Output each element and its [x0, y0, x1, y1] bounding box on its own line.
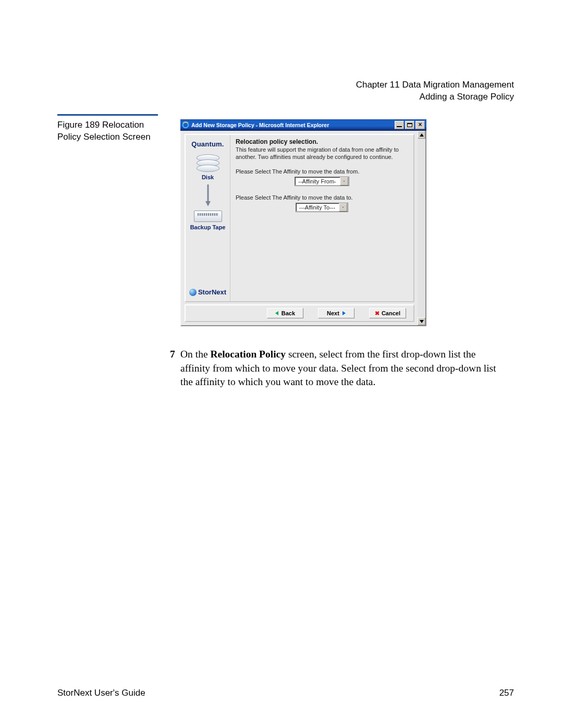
tape-label: Backup Tape	[190, 224, 226, 230]
ie-icon	[182, 121, 189, 129]
vertical-scrollbar[interactable]	[418, 131, 425, 325]
arrow-down-icon	[204, 183, 212, 207]
section-line: Adding a Storage Policy	[356, 91, 514, 103]
window-client: Quantum. Disk	[180, 131, 426, 326]
cancel-x-icon: ✖	[375, 310, 380, 317]
minimize-button[interactable]	[395, 121, 404, 129]
close-button[interactable]: ×	[415, 121, 425, 129]
maximize-button[interactable]	[405, 121, 414, 129]
step-7-text: 7 On the Relocation Policy screen, selec…	[180, 348, 504, 389]
cancel-button[interactable]: ✖ Cancel	[369, 308, 406, 318]
affinity-to-label: Please Select The Affinity to move the d…	[236, 194, 408, 201]
affinity-to-value: ---Affinity To---	[296, 204, 338, 211]
svg-marker-6	[342, 311, 346, 315]
back-button[interactable]: Back	[267, 308, 303, 318]
page-number: 257	[499, 688, 514, 698]
screenshot-window: Add New Storage Policy - Microsoft Inter…	[180, 119, 426, 326]
affinity-from-dropdown[interactable]: --Affinity From-	[295, 177, 349, 186]
window-buttons: ×	[395, 121, 425, 129]
affinity-from-label: Please Select The Affinity to move the d…	[236, 168, 408, 175]
page-header: Chapter 11 Data Migration Management Add…	[356, 79, 514, 103]
chevron-down-icon	[339, 203, 347, 212]
next-button[interactable]: Next	[318, 308, 354, 318]
wizard-heading: Relocation policy selection.	[236, 138, 408, 145]
figure-caption: Figure 189 Relocation Policy Selection S…	[57, 119, 167, 143]
disk-icon	[197, 154, 219, 172]
window-title: Add New Storage Policy - Microsoft Inter…	[191, 122, 393, 128]
affinity-from-value: --Affinity From-	[295, 178, 339, 184]
scroll-up-icon[interactable]	[418, 131, 425, 139]
triangle-left-icon	[275, 311, 279, 315]
tape-icon	[194, 211, 222, 222]
disk-label: Disk	[202, 174, 214, 180]
svg-marker-7	[420, 133, 424, 137]
wizard-content: Quantum. Disk	[181, 131, 418, 325]
step-number: 7	[170, 348, 175, 362]
wizard-desc: This feature will support the migration …	[236, 146, 408, 161]
window-titlebar: Add New Storage Policy - Microsoft Inter…	[180, 119, 426, 131]
wizard-main: Relocation policy selection. This featur…	[230, 135, 413, 301]
figure-rule	[57, 114, 158, 116]
svg-marker-3	[344, 181, 345, 182]
globe-icon	[189, 289, 197, 296]
scroll-down-icon[interactable]	[418, 317, 425, 325]
product-label: StorNext	[189, 288, 226, 298]
svg-marker-4	[342, 207, 344, 208]
svg-point-0	[183, 122, 188, 128]
svg-marker-2	[205, 201, 211, 206]
wizard-sidebar: Quantum. Disk	[186, 135, 230, 301]
brand-label: Quantum.	[191, 140, 224, 148]
footer-guide: StorNext User's Guide	[57, 688, 145, 698]
wizard-button-bar: Back Next ✖ Cancel	[185, 304, 414, 322]
affinity-to-dropdown[interactable]: ---Affinity To---	[296, 203, 348, 212]
svg-marker-8	[420, 320, 424, 323]
triangle-right-icon	[341, 311, 346, 315]
svg-marker-5	[275, 311, 278, 315]
chevron-down-icon	[340, 177, 348, 186]
chapter-line: Chapter 11 Data Migration Management	[356, 79, 514, 91]
